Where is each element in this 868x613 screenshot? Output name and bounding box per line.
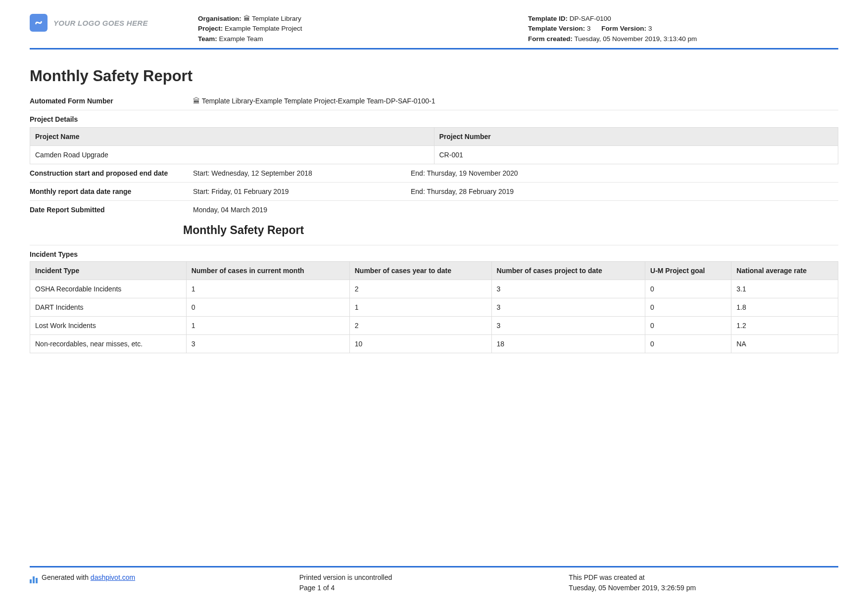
report-range-start: Start: Friday, 01 February 2019 [193, 188, 411, 195]
team-label: Team: [198, 35, 217, 43]
team-value: Example Team [219, 35, 263, 43]
table-cell: 1 [186, 316, 349, 334]
pdf-created-value: Tuesday, 05 November 2019, 3:26:59 pm [569, 583, 838, 593]
table-row: Non-recordables, near misses, etc.310180… [30, 334, 838, 353]
table-cell: 2 [349, 280, 491, 298]
table-cell: 3 [186, 334, 349, 353]
table-cell: NA [731, 334, 838, 353]
org-label: Organisation: [198, 15, 241, 22]
date-submitted-label: Date Report Submitted [30, 206, 193, 214]
table-cell: 3 [491, 316, 645, 334]
generated-with-text: Generated with [42, 573, 91, 581]
incident-types-section: Incident Types Incident Type Number of c… [30, 245, 838, 353]
project-details-header: Project Details [30, 110, 838, 126]
footer-middle: Printed version is uncontrolled Page 1 o… [299, 572, 569, 593]
table-cell: 1 [186, 280, 349, 298]
page-title: Monthly Safety Report [30, 67, 838, 85]
header-meta-left: Organisation: 🏛 Template Library Project… [198, 14, 508, 44]
col-incident-type: Incident Type [30, 261, 187, 280]
construction-end: End: Thursday, 19 November 2020 [411, 169, 838, 177]
table-cell: 3 [491, 298, 645, 316]
template-id-label: Template ID: [528, 15, 568, 22]
project-number-header: Project Number [434, 127, 838, 145]
logo-icon [30, 14, 48, 32]
template-version-value: 3 [587, 25, 591, 32]
table-cell: 2 [349, 316, 491, 334]
table-cell: 10 [349, 334, 491, 353]
date-submitted-value: Monday, 04 March 2019 [193, 206, 838, 214]
table-cell: 1.8 [731, 298, 838, 316]
dashpivot-link[interactable]: dashpivot.com [91, 573, 135, 581]
table-cell: 3.1 [731, 280, 838, 298]
construction-dates-label: Construction start and proposed end date [30, 169, 193, 177]
form-created-value: Tuesday, 05 November 2019, 3:13:40 pm [575, 35, 697, 43]
table-cell: OSHA Recordable Incidents [30, 280, 187, 298]
uncontrolled-text: Printed version is uncontrolled [299, 572, 569, 583]
report-range-label: Monthly report data date range [30, 188, 193, 195]
incident-types-table: Incident Type Number of cases in current… [30, 261, 838, 353]
table-cell: 0 [186, 298, 349, 316]
report-range-row: Monthly report data date range Start: Fr… [30, 183, 838, 201]
table-cell: Lost Work Incidents [30, 316, 187, 334]
footer-left: Generated with dashpivot.com [30, 572, 299, 593]
incident-types-header: Incident Types [30, 245, 838, 261]
table-header-row: Incident Type Number of cases in current… [30, 261, 838, 280]
project-name-value: Camden Road Upgrade [30, 145, 434, 164]
header-meta-right: Template ID: DP-SAF-0100 Template Versio… [528, 14, 838, 44]
table-row: Lost Work Incidents12301.2 [30, 316, 838, 334]
col-project-to-date: Number of cases project to date [491, 261, 645, 280]
page-number: Page 1 of 4 [299, 583, 569, 593]
org-value: 🏛 Template Library [243, 15, 301, 22]
table-cell: Non-recordables, near misses, etc. [30, 334, 187, 353]
col-national-avg: National average rate [731, 261, 838, 280]
table-cell: 1 [349, 298, 491, 316]
project-label: Project: [198, 25, 223, 32]
construction-start: Start: Wednesday, 12 September 2018 [193, 169, 411, 177]
report-range-end: End: Thursday, 28 February 2019 [411, 188, 838, 195]
table-cell: 1.2 [731, 316, 838, 334]
document-header: YOUR LOGO GOES HERE Organisation: 🏛 Temp… [30, 14, 838, 49]
footer-right: This PDF was created at Tuesday, 05 Nove… [569, 572, 838, 593]
table-cell: 0 [645, 334, 731, 353]
project-name-header: Project Name [30, 127, 434, 145]
project-number-value: CR-001 [434, 145, 838, 164]
table-cell: DART Incidents [30, 298, 187, 316]
document-footer: Generated with dashpivot.com Printed ver… [30, 566, 838, 593]
table-row: DART Incidents01301.8 [30, 298, 838, 316]
logo-placeholder-text: YOUR LOGO GOES HERE [53, 19, 148, 27]
template-version-label: Template Version: [528, 25, 585, 32]
form-version-value: 3 [648, 25, 652, 32]
project-value: Example Template Project [225, 25, 302, 32]
table-cell: 18 [491, 334, 645, 353]
project-details-table: Project Name Project Number Camden Road … [30, 127, 838, 164]
table-row: OSHA Recordable Incidents12303.1 [30, 280, 838, 298]
chart-bars-icon [30, 573, 39, 581]
page: YOUR LOGO GOES HERE Organisation: 🏛 Temp… [0, 0, 868, 613]
section-subtitle: Monthly Safety Report [30, 224, 838, 237]
table-cell: 0 [645, 280, 731, 298]
form-number-label: Automated Form Number [30, 97, 193, 105]
construction-dates-row: Construction start and proposed end date… [30, 164, 838, 183]
form-created-label: Form created: [528, 35, 573, 43]
col-year-to-date: Number of cases year to date [349, 261, 491, 280]
table-cell: 0 [645, 316, 731, 334]
col-project-goal: U-M Project goal [645, 261, 731, 280]
form-number-row: Automated Form Number 🏛 Template Library… [30, 92, 838, 110]
logo-block: YOUR LOGO GOES HERE [30, 14, 178, 32]
date-submitted-row: Date Report Submitted Monday, 04 March 2… [30, 201, 838, 219]
table-cell: 3 [491, 280, 645, 298]
col-current-month: Number of cases in current month [186, 261, 349, 280]
template-id-value: DP-SAF-0100 [570, 15, 611, 22]
form-version-label: Form Version: [601, 25, 646, 32]
table-cell: 0 [645, 298, 731, 316]
form-number-value: 🏛 Template Library-Example Template Proj… [193, 97, 838, 105]
pdf-created-label: This PDF was created at [569, 572, 838, 583]
